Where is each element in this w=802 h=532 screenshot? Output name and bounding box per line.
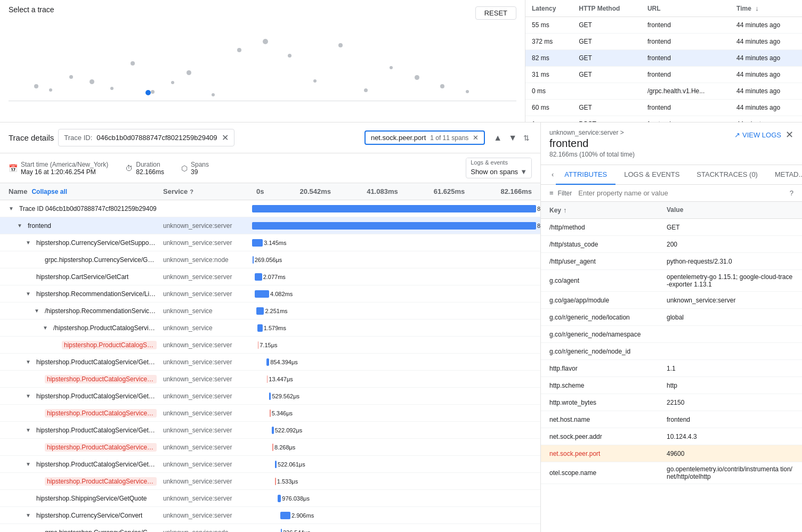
detail-tabs: ‹ ATTRIBUTES LOGS & EVENTS STACKTRACES (…	[541, 165, 802, 185]
scatter-dot[interactable]	[34, 84, 38, 88]
duration-value: 82.166ms	[136, 168, 164, 176]
span-row[interactable]: ▼ hipstershop.CurrencyService/GetSupport…	[0, 234, 540, 251]
timeline-labels: 0s 20.542ms 41.083ms 61.625ms 82.166ms	[256, 187, 532, 195]
span-expand-icon[interactable]: ▼	[26, 240, 34, 245]
span-row[interactable]: hipstershop.ProductCatalogService/Get...…	[0, 439, 540, 456]
scatter-dot[interactable]	[49, 88, 52, 92]
timeline-bar	[257, 324, 263, 332]
row-time: 44 minutes ago	[730, 67, 802, 83]
scatter-dot[interactable]	[151, 90, 155, 94]
scatter-dot[interactable]	[90, 79, 94, 84]
span-expand-icon[interactable]: ▼	[26, 291, 34, 297]
span-nav-down[interactable]: ▼	[506, 132, 519, 144]
filter-input[interactable]	[578, 189, 785, 197]
span-row[interactable]: ▼ /hipstershop.RecommendationService/...…	[0, 302, 540, 320]
scatter-dot[interactable]	[415, 75, 419, 80]
selected-scatter-dot[interactable]	[145, 90, 151, 95]
detail-close-button[interactable]: ✕	[785, 129, 793, 141]
span-timeline-cell: 522.061μs	[252, 462, 536, 466]
timeline-4: 82.166ms	[500, 187, 532, 195]
start-time-label: Start time (America/New_York)	[21, 161, 108, 168]
span-expand-icon[interactable]: ▼	[26, 359, 34, 365]
span-expand-icon[interactable]: ▼	[17, 223, 26, 228]
span-row[interactable]: grpc.hipstershop.CurrencyService/Conv...…	[0, 524, 540, 532]
clear-trace-id-button[interactable]: ✕	[222, 133, 229, 143]
span-expand-icon[interactable]: ▼	[26, 393, 34, 399]
scatter-dot[interactable]	[263, 39, 268, 44]
tab-prev-button[interactable]: ‹	[549, 165, 556, 184]
span-row[interactable]: hipstershop.ProductCatalogServl... unkno…	[0, 337, 540, 354]
span-row[interactable]: ▼ frontend unknown_service:server 82.166…	[0, 217, 540, 234]
scatter-dot[interactable]	[390, 66, 393, 69]
view-logs-button[interactable]: ↗ VIEW LOGS	[734, 131, 781, 139]
trace-list-row[interactable]: 82 ms GET frontend 44 minutes ago	[525, 50, 802, 67]
service-help-icon[interactable]: ?	[190, 189, 193, 195]
attribute-row: net.sock.peer.port49600	[541, 445, 802, 462]
span-row[interactable]: grpc.hipstershop.CurrencyService/GetS...…	[0, 251, 540, 268]
span-row[interactable]: ▼ /hipstershop.ProductCatalogService/...…	[0, 320, 540, 337]
span-nav-up[interactable]: ▲	[491, 132, 504, 144]
span-row[interactable]: ▼ hipstershop.ProductCatalogService/GetP…	[0, 388, 540, 405]
filter-help-icon[interactable]: ?	[790, 189, 793, 197]
span-row[interactable]: ▼ hipstershop.RecommendationService/List…	[0, 285, 540, 302]
scatter-dot[interactable]	[69, 75, 73, 79]
sort-icon: ↓	[755, 4, 759, 12]
span-row[interactable]: ▼ hipstershop.ProductCatalogService/GetP…	[0, 422, 540, 439]
span-row[interactable]: ▼ Trace ID 046cb1b0d07888747cf8021259b29…	[0, 200, 540, 217]
scatter-dot[interactable]	[338, 43, 343, 47]
scatter-dot[interactable]	[212, 93, 215, 96]
collapse-all-button[interactable]: Collapse all	[31, 188, 67, 195]
span-expand-icon[interactable]: ▼	[43, 325, 51, 331]
span-row[interactable]: hipstershop.ProductCatalogService/Get...…	[0, 405, 540, 422]
span-name-text: frontend	[28, 222, 51, 230]
span-service-cell: unknown_service:server	[159, 493, 252, 504]
span-name-text: hipstershop.ProductCatalogService/Get...	[45, 443, 157, 452]
span-row[interactable]: hipstershop.ShippingService/GetQuote unk…	[0, 490, 540, 507]
tab-stacktraces[interactable]: STACKTRACES (0)	[688, 165, 766, 185]
span-service-cell: unknown_service:server	[159, 373, 252, 385]
timeline-label: 82.166ms	[537, 223, 540, 229]
span-expand-icon[interactable]: ▼	[26, 461, 34, 467]
logs-events-box[interactable]: Logs & events Show on spans ▼	[466, 158, 532, 178]
span-timeline-cell: 8.268μs	[252, 445, 536, 449]
span-row[interactable]: hipstershop.ProductCatalogService/Get...…	[0, 473, 540, 490]
span-row[interactable]: hipstershop.ProductCatalogService/Get...…	[0, 371, 540, 388]
scatter-canvas[interactable]	[9, 16, 516, 107]
trace-list-row[interactable]: 60 ms GET frontend 44 minutes ago	[525, 100, 802, 116]
scatter-dot[interactable]	[313, 79, 317, 83]
tab-metadata[interactable]: METAD...	[766, 165, 802, 185]
span-row[interactable]: ▼ hipstershop.CurrencyService/Convert un…	[0, 507, 540, 524]
span-expand-icon[interactable]: ▼	[26, 512, 34, 518]
scatter-dot[interactable]	[440, 84, 444, 88]
scatter-dot[interactable]	[187, 70, 191, 75]
trace-list-row[interactable]: 372 ms GET frontend 44 minutes ago	[525, 34, 802, 50]
span-row[interactable]: hipstershop.CartService/GetCart unknown_…	[0, 268, 540, 285]
scatter-dot[interactable]	[171, 81, 174, 84]
span-filter-close[interactable]: ✕	[473, 134, 479, 142]
scatter-dot[interactable]	[288, 54, 291, 58]
trace-list-row[interactable]: 55 ms GET frontend 44 minutes ago	[525, 17, 802, 34]
logs-events-select[interactable]: Show on spans ▼	[466, 166, 531, 178]
span-name-text: hipstershop.ProductCatalogServl...	[62, 341, 157, 349]
scatter-dot[interactable]	[364, 88, 368, 92]
span-expand-icon[interactable]: ▼	[9, 206, 17, 211]
scatter-dot[interactable]	[237, 48, 241, 52]
trace-panel: Trace details Trace ID: 046cb1b0d0788874…	[0, 122, 541, 532]
attribute-value: GET	[658, 220, 802, 234]
span-expand-icon[interactable]: ▼	[26, 427, 34, 433]
span-expand-icon[interactable]: ▼	[34, 308, 43, 314]
scatter-dot[interactable]	[110, 87, 114, 90]
span-row[interactable]: ▼ hipstershop.ProductCatalogService/GetP…	[0, 354, 540, 371]
scatter-dot[interactable]	[466, 90, 469, 93]
span-service-cell: unknown_service:server	[159, 288, 252, 300]
trace-list-row[interactable]: 0 ms /grpc.health.v1.He... 44 minutes ag…	[525, 83, 802, 100]
timeline-label: 13.447μs	[269, 376, 293, 382]
service-column-header: Service ?	[159, 183, 252, 200]
tab-logs-events[interactable]: LOGS & EVENTS	[615, 165, 688, 185]
scatter-dot[interactable]	[131, 61, 135, 66]
trace-list-row[interactable]: 31 ms GET frontend 44 minutes ago	[525, 67, 802, 83]
span-row[interactable]: ▼ hipstershop.ProductCatalogService/GetP…	[0, 456, 540, 473]
trace-list-row[interactable]: 1 ms POST frontend 44 minutes ago	[525, 116, 802, 122]
tab-attributes[interactable]: ATTRIBUTES	[556, 165, 615, 185]
span-nav-expand[interactable]: ⇅	[521, 132, 532, 144]
